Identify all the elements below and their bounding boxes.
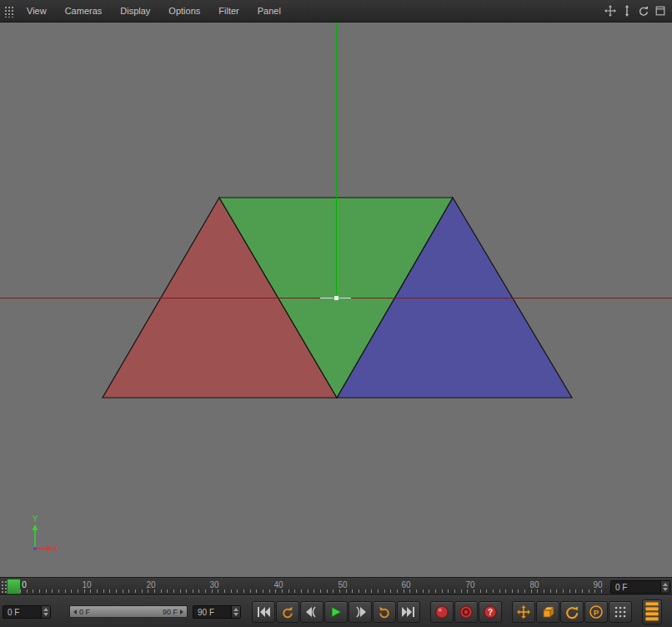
svg-text:?: ? xyxy=(488,607,493,616)
autokeying-icon xyxy=(459,604,474,619)
menu-cameras[interactable]: Cameras xyxy=(56,0,112,22)
ruler-tick-label: 60 xyxy=(401,580,410,589)
end-frame-field[interactable]: 90 F xyxy=(193,605,241,619)
frame-tick-marks xyxy=(20,589,607,593)
timeline-ruler[interactable]: 0 10 20 30 40 50 60 70 80 90 0 F xyxy=(0,577,672,595)
tool-controls: P xyxy=(512,601,632,623)
range-start-label: 0 F xyxy=(79,608,90,616)
ruler-tick-label: 90 xyxy=(593,580,602,589)
rotate-tool-icon xyxy=(564,604,579,619)
frame-spinner[interactable] xyxy=(660,581,669,593)
ruler-tick-label: 10 xyxy=(82,580,91,589)
start-frame-spinner[interactable] xyxy=(41,606,50,618)
preview-range-slider[interactable]: 0 F 90 F xyxy=(69,605,188,618)
cinema4d-window: View Cameras Display Options Filter Pane… xyxy=(0,0,672,627)
gizmo-x-label: X xyxy=(53,544,58,554)
axis-gizmo: Y X xyxy=(33,514,58,554)
ruler-tick-label: 20 xyxy=(146,580,155,589)
snap-grid-button[interactable] xyxy=(609,601,632,623)
next-key-button[interactable] xyxy=(373,601,396,623)
gizmo-y-arrowhead xyxy=(33,524,38,530)
viewport-nav-controls xyxy=(604,5,666,18)
previous-key-icon xyxy=(281,605,294,619)
rotate-view-icon[interactable] xyxy=(637,5,649,18)
ruler-tick-label: 40 xyxy=(273,580,283,589)
end-frame-spinner[interactable] xyxy=(231,606,240,618)
ruler-tick-label: 50 xyxy=(338,580,347,589)
snap-grid-icon xyxy=(613,604,628,619)
previous-frame-button[interactable] xyxy=(300,601,323,623)
range-start[interactable]: 0 F xyxy=(73,608,90,616)
go-to-start-icon xyxy=(256,605,271,619)
ruler-tick-label: 70 xyxy=(465,580,474,589)
gizmo-z-dot xyxy=(34,548,37,550)
svg-text:P: P xyxy=(594,607,599,616)
keyframe-record-controls: ? xyxy=(430,601,502,623)
viewport-menubar: View Cameras Display Options Filter Pane… xyxy=(0,0,672,23)
ruler-tick-label: 80 xyxy=(529,580,539,589)
current-frame-field[interactable]: 0 F xyxy=(610,580,670,594)
zoom-view-icon[interactable] xyxy=(620,5,633,18)
ruler-tick-label: 30 xyxy=(209,580,218,589)
toggle-view-icon[interactable] xyxy=(654,5,666,18)
animation-toolbar: 0 F 0 F 90 F 90 F xyxy=(0,595,672,627)
next-key-icon xyxy=(378,605,391,619)
range-end-arrow-icon xyxy=(180,609,183,614)
record-keyframe-button[interactable] xyxy=(430,601,454,623)
menu-view[interactable]: View xyxy=(18,0,56,22)
previous-frame-icon xyxy=(304,605,319,619)
object-origin-handle[interactable] xyxy=(334,296,339,301)
start-frame-field[interactable]: 0 F xyxy=(3,605,51,619)
move-tool-button[interactable] xyxy=(512,601,535,623)
palette-stack-icon xyxy=(644,600,660,624)
pan-view-icon[interactable] xyxy=(604,5,616,18)
menu-options[interactable]: Options xyxy=(159,0,209,22)
menu-panel[interactable]: Panel xyxy=(248,0,290,22)
range-end[interactable]: 90 F xyxy=(163,608,183,616)
keyframe-selection-button[interactable]: ? xyxy=(479,601,502,623)
play-button[interactable] xyxy=(324,601,348,623)
start-frame-value[interactable]: 0 F xyxy=(3,606,41,618)
menu-display[interactable]: Display xyxy=(111,0,159,22)
next-frame-button[interactable] xyxy=(349,601,372,623)
scale-tool-button[interactable] xyxy=(536,601,559,623)
autokeying-button[interactable] xyxy=(454,601,478,623)
palette-stack-button[interactable] xyxy=(642,599,662,624)
next-frame-icon xyxy=(353,605,368,619)
gizmo-y-label: Y xyxy=(33,514,38,524)
3d-viewport[interactable]: Y X xyxy=(0,23,672,577)
play-icon xyxy=(328,605,344,619)
menu-filter[interactable]: Filter xyxy=(209,0,248,22)
keyframe-selection-icon: ? xyxy=(483,604,498,619)
scale-tool-icon xyxy=(540,604,555,619)
rotate-tool-button[interactable] xyxy=(560,601,584,623)
previous-key-button[interactable] xyxy=(276,601,299,623)
range-start-arrow-icon xyxy=(73,609,77,614)
go-to-end-icon xyxy=(401,605,416,619)
record-keyframe-icon xyxy=(434,604,449,619)
end-frame-value[interactable]: 90 F xyxy=(193,606,231,618)
go-to-end-button[interactable] xyxy=(397,601,420,623)
current-frame-marker[interactable] xyxy=(7,579,21,594)
move-tool-icon xyxy=(516,604,531,619)
transport-controls xyxy=(252,601,420,623)
viewport-canvas[interactable]: Y X xyxy=(0,23,672,577)
range-end-label: 90 F xyxy=(163,608,178,616)
go-to-start-button[interactable] xyxy=(252,601,275,623)
menubar-grip-handle[interactable] xyxy=(3,5,13,18)
current-frame-value[interactable]: 0 F xyxy=(611,581,660,593)
coordinates-tool-button[interactable]: P xyxy=(584,601,608,623)
ruler-tick-label: 0 xyxy=(22,580,27,589)
coordinates-tool-icon: P xyxy=(589,604,604,619)
